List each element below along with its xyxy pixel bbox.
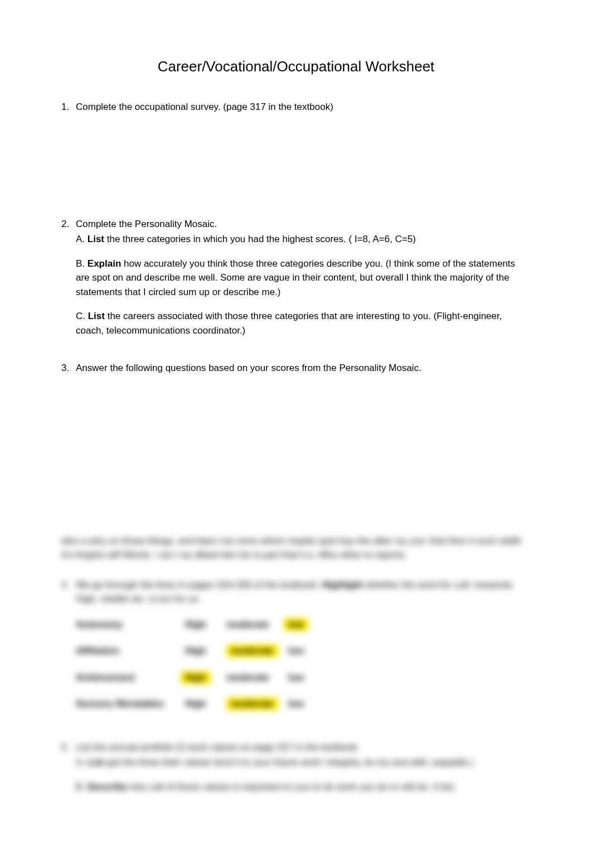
blur-bold: Highlight [322,580,363,590]
blur-list-item: 5. List the annual portfolio (5 work val… [61,740,531,804]
row-cell: High [176,618,215,632]
sub-bold: List [88,757,104,768]
sub-rest: the three categories in which you had th… [104,234,416,244]
row-cell: High [176,644,215,658]
row-label: Sensory Wordables [76,697,165,711]
blur-paragraph: also a why on those things, and learn me… [61,534,531,562]
blurred-content: also a why on those things, and learn me… [61,534,531,804]
sub-bold: Explain [88,258,121,269]
row-cell: moderate [226,697,265,711]
row-cell: moderate [226,671,265,685]
row-cell: High [176,697,215,711]
blur-sub-item: B. Describe why call of those values is … [76,780,531,794]
sub-rest: why call of those values is important to… [128,782,454,792]
row-cell: low [276,618,316,632]
row-cell: High [176,671,215,685]
table-row: Affiliation High moderate low [76,644,531,658]
table-row: Autonomy High moderate low [76,618,531,632]
item-text: Answer the following questions based on … [76,361,531,375]
item-number: 2. [61,217,76,348]
sub-letter: A. [76,757,85,768]
blur-item-number: 4. [61,578,76,727]
row-label: Affiliation [76,644,165,658]
blur-text: whether the word for cull; reswords High… [76,580,512,605]
list-item: 3. Answer the following questions based … [61,361,531,375]
sub-rest: the careers associated with those three … [76,311,502,336]
blur-item-number: 5. [61,740,76,804]
sub-item: A. List the three categories in which yo… [76,232,531,247]
item-text: Complete the occupational survey. (page … [76,100,531,114]
row-cell: low [276,671,316,685]
sub-item: C. List the careers associated with thos… [76,309,531,337]
row-cell: moderate [226,644,265,658]
row-label: Autonomy [76,618,165,632]
blur-table: Autonomy High moderate low Affiliation H… [76,618,531,711]
sub-item: B. Explain how accurately you think thos… [76,257,531,300]
sub-letter: A. [76,234,85,244]
blur-text: We go through the lines in pages 324-326… [76,580,319,590]
row-cell: low [276,644,316,658]
item-text: Complete the Personality Mosaic. [76,217,531,232]
sub-bold: List [88,311,105,321]
sub-letter: B. [76,782,85,792]
list-item: 2. Complete the Personality Mosaic. A. L… [61,217,531,348]
row-label: Achievement [76,671,165,685]
list-item: 1. Complete the occupational survey. (pa… [61,100,531,114]
blur-text: List the annual portfolio (5 work values… [76,740,531,755]
blur-list-item: 4. We go through the lines in pages 324-… [61,578,531,727]
sub-letter: B. [76,258,85,269]
sub-bold: Describe [88,782,128,792]
item-number: 1. [61,100,76,114]
page-title: Career/Vocational/Occupational Worksheet [61,56,531,78]
sub-bold: List [88,234,104,244]
blur-sub-item: A. List get the three their values tend … [76,755,531,770]
item-number: 3. [61,361,76,375]
row-cell: low [276,697,316,711]
sub-rest: get the three their values tend it to yo… [104,757,473,768]
table-row: Achievement High moderate low [76,671,531,685]
sub-letter: C. [76,311,85,321]
table-row: Sensory Wordables High moderate low [76,697,531,711]
row-cell: moderate [226,618,265,632]
sub-rest: how accurately you think those three cat… [76,258,515,297]
